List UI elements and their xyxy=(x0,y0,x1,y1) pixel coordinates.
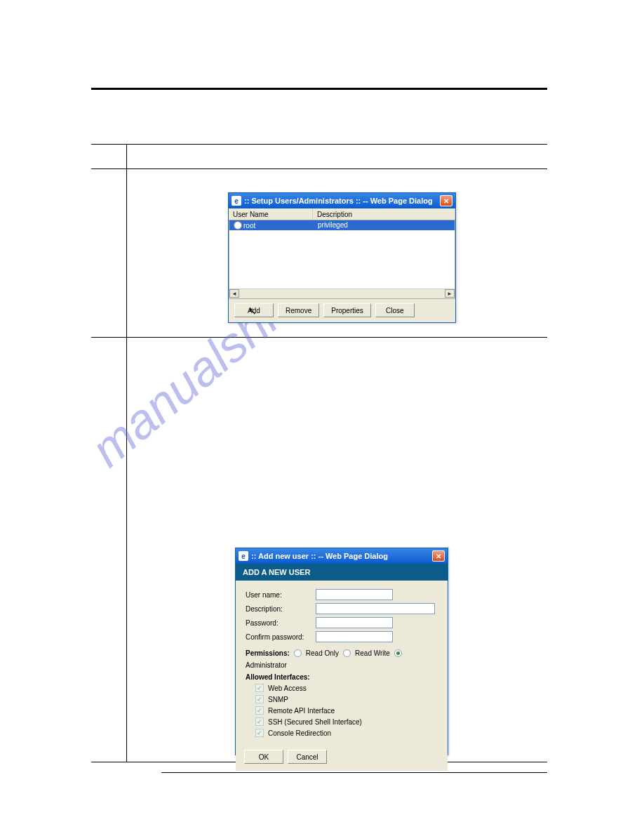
column-header-username[interactable]: User Name xyxy=(229,208,313,220)
list-item: ✓ SSH (Secured Shell Interface) xyxy=(255,717,438,726)
readwrite-label: Read Write xyxy=(355,649,390,657)
user-icon xyxy=(234,221,242,230)
dialog-title: :: Add new user :: -- Web Page Dialog xyxy=(251,552,388,560)
close-icon[interactable]: ✕ xyxy=(432,550,445,562)
remote-api-label: Remote API Interface xyxy=(268,707,335,715)
list-item: ✓ SNMP xyxy=(255,695,438,703)
dialog-title: :: Setup Users/Administrators :: -- Web … xyxy=(244,197,433,205)
list-item: ✓ Remote API Interface xyxy=(255,706,438,715)
ok-button[interactable]: OK xyxy=(244,750,283,764)
description-input[interactable] xyxy=(316,603,435,614)
ssh-checkbox[interactable]: ✓ xyxy=(255,717,264,726)
dialog-titlebar: e :: Setup Users/Administrators :: -- We… xyxy=(229,193,455,208)
allowed-interfaces-list: ✓ Web Access ✓ SNMP ✓ Remote API Interfa… xyxy=(246,681,438,737)
web-access-label: Web Access xyxy=(268,684,307,692)
scroll-right-icon[interactable]: ► xyxy=(445,289,455,298)
readwrite-radio[interactable] xyxy=(343,649,351,657)
user-list[interactable]: root privileged ◄ ► xyxy=(229,220,455,299)
close-button[interactable]: Close xyxy=(375,303,415,317)
list-item[interactable]: root privileged xyxy=(229,220,455,230)
cursor-icon: ↖ xyxy=(248,305,257,317)
dialog-titlebar: e :: Add new user :: -- Web Page Dialog … xyxy=(236,548,448,564)
add-user-dialog: e :: Add new user :: -- Web Page Dialog … xyxy=(235,548,448,755)
permissions-label: Permissions: xyxy=(246,649,290,657)
scroll-left-icon[interactable]: ◄ xyxy=(229,289,239,298)
user-list-header: User Name Description xyxy=(229,208,455,220)
column-header-description[interactable]: Description xyxy=(313,208,455,220)
list-item: ✓ Web Access xyxy=(255,684,438,692)
properties-button[interactable]: Properties xyxy=(323,303,371,317)
list-item: ✓ Console Redirection xyxy=(255,729,438,737)
table-row-divider xyxy=(91,144,547,145)
administrator-label: Administrator xyxy=(246,661,287,669)
username-input[interactable] xyxy=(316,589,393,600)
ie-icon: e xyxy=(232,196,241,206)
administrator-radio[interactable] xyxy=(394,649,402,657)
dialog-button-row: OK Cancel xyxy=(236,746,448,771)
console-redirection-label: Console Redirection xyxy=(268,729,331,737)
table-row-divider xyxy=(91,337,547,338)
table-row-divider xyxy=(91,168,547,169)
dialog-button-row: Add Remove Properties Close xyxy=(229,299,455,322)
snmp-label: SNMP xyxy=(268,696,288,703)
cancel-button[interactable]: Cancel xyxy=(288,750,327,764)
horizontal-scrollbar[interactable]: ◄ ► xyxy=(229,289,455,298)
ie-icon: e xyxy=(239,551,248,561)
cell-username: root xyxy=(243,222,255,230)
page-top-rule xyxy=(91,88,547,90)
cell-description: privileged xyxy=(314,220,455,230)
close-icon[interactable]: ✕ xyxy=(440,195,452,206)
password-label: Password: xyxy=(246,619,316,627)
dialog-subheader: ADD A NEW USER xyxy=(236,564,448,581)
web-access-checkbox[interactable]: ✓ xyxy=(255,684,264,692)
remote-api-checkbox[interactable]: ✓ xyxy=(255,706,264,715)
setup-users-dialog: e :: Setup Users/Administrators :: -- We… xyxy=(228,192,456,323)
description-label: Description: xyxy=(246,605,316,613)
readonly-radio[interactable] xyxy=(294,649,302,657)
ssh-label: SSH (Secured Shell Interface) xyxy=(268,718,362,726)
password-input[interactable] xyxy=(316,617,393,628)
confirm-password-label: Confirm password: xyxy=(246,633,316,641)
page-bottom-rule xyxy=(161,772,547,773)
table-column-divider xyxy=(126,144,127,762)
console-redirection-checkbox[interactable]: ✓ xyxy=(255,729,264,737)
snmp-checkbox[interactable]: ✓ xyxy=(255,695,264,703)
add-user-form: User name: Description: Password: Confir… xyxy=(236,581,448,746)
allowed-interfaces-label: Allowed Interfaces: xyxy=(246,673,438,681)
confirm-password-input[interactable] xyxy=(316,631,393,642)
remove-button[interactable]: Remove xyxy=(278,303,319,317)
username-label: User name: xyxy=(246,591,316,599)
readonly-label: Read Only xyxy=(306,649,339,657)
